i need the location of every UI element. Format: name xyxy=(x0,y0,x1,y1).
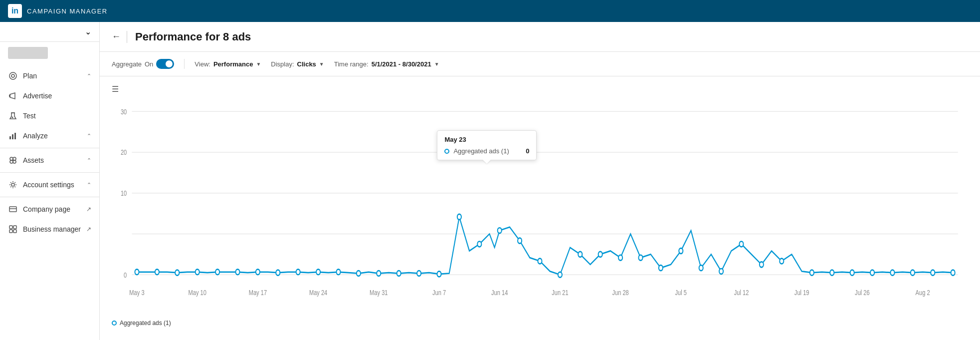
display-control[interactable]: Display: Clicks ▼ xyxy=(271,60,324,68)
assets-icon xyxy=(8,155,18,165)
sidebar-item-business-manager[interactable]: Business manager ↗ xyxy=(0,219,99,239)
svg-point-44 xyxy=(518,238,522,244)
tooltip-metric-label: Aggregated ads (1) xyxy=(453,147,522,155)
sidebar-item-test-label: Test xyxy=(23,112,36,120)
svg-point-62 xyxy=(890,270,894,276)
sidebar-item-advertise[interactable]: Advertise xyxy=(0,86,99,106)
svg-text:May 24: May 24 xyxy=(309,288,327,297)
sidebar-divider-2 xyxy=(0,172,99,173)
svg-text:Jul 26: Jul 26 xyxy=(855,288,870,297)
sidebar-item-account-settings-label: Account settings xyxy=(23,181,74,189)
sidebar-item-test[interactable]: Test xyxy=(0,106,99,126)
svg-point-28 xyxy=(196,269,199,275)
sidebar-item-assets-label: Assets xyxy=(23,156,44,164)
svg-point-25 xyxy=(135,269,139,275)
app-title: CAMPAIGN MANAGER xyxy=(27,7,108,15)
svg-point-56 xyxy=(760,262,764,267)
content-area: ← Performance for 8 ads Aggregate On Vie… xyxy=(100,22,980,340)
svg-point-51 xyxy=(659,265,663,271)
sidebar-account-block xyxy=(8,47,48,59)
tooltip-row: Aggregated ads (1) 0 xyxy=(444,147,529,155)
svg-point-65 xyxy=(951,270,955,276)
svg-point-46 xyxy=(558,272,562,278)
svg-point-2 xyxy=(12,117,13,118)
sidebar-item-plan-label: Plan xyxy=(23,72,37,80)
view-value: Performance xyxy=(213,60,253,68)
svg-point-45 xyxy=(538,259,542,264)
aggregate-label: Aggregate xyxy=(112,60,142,68)
sidebar-divider-3 xyxy=(0,197,99,197)
legend-label: Aggregated ads (1) xyxy=(120,320,171,327)
svg-text:May 17: May 17 xyxy=(249,288,267,297)
tooltip-dot-icon xyxy=(444,149,449,154)
sidebar-item-assets[interactable]: Assets ⌃ xyxy=(0,150,99,170)
svg-point-50 xyxy=(638,255,642,261)
svg-text:20: 20 xyxy=(121,148,127,157)
svg-rect-3 xyxy=(9,136,11,139)
svg-point-29 xyxy=(215,269,219,275)
back-button[interactable]: ← xyxy=(112,31,121,42)
tooltip-metric-value: 0 xyxy=(526,147,529,155)
view-control[interactable]: View: Performance ▼ xyxy=(195,60,261,68)
svg-point-34 xyxy=(316,269,320,275)
back-icon: ← xyxy=(112,31,121,42)
analyze-icon xyxy=(8,131,18,141)
content-header: ← Performance for 8 ads xyxy=(100,22,980,52)
svg-rect-15 xyxy=(13,230,16,233)
svg-point-31 xyxy=(256,269,260,275)
linkedin-logo-text: in xyxy=(11,7,18,15)
page-title: Performance for 8 ads xyxy=(135,30,251,43)
sidebar-item-analyze[interactable]: Analyze ⌃ xyxy=(0,126,99,146)
account-settings-icon xyxy=(8,180,18,190)
svg-point-40 xyxy=(437,271,441,277)
plan-icon xyxy=(8,71,18,81)
svg-text:Jul 12: Jul 12 xyxy=(734,288,749,297)
svg-text:Jun 7: Jun 7 xyxy=(432,288,446,297)
company-page-external-icon: ↗ xyxy=(86,206,91,213)
svg-point-49 xyxy=(618,255,622,261)
sidebar-item-account-settings[interactable]: Account settings ⌃ xyxy=(0,175,99,195)
svg-text:0: 0 xyxy=(124,271,127,279)
svg-point-59 xyxy=(830,270,834,276)
sidebar-item-company-page-label: Company page xyxy=(23,205,70,213)
sidebar: ⌄ Plan ⌃ xyxy=(0,22,100,340)
svg-point-33 xyxy=(296,269,300,275)
sidebar-collapse[interactable]: ⌄ xyxy=(0,22,99,42)
chart-wrapper: May 23 Aggregated ads (1) 0 xyxy=(112,98,968,316)
chart-menu-icon[interactable]: ☰ xyxy=(112,84,968,94)
sidebar-item-business-manager-label: Business manager xyxy=(23,225,81,233)
toolbar-sep-1 xyxy=(184,59,185,69)
svg-point-7 xyxy=(13,157,16,160)
sidebar-item-advertise-label: Advertise xyxy=(23,92,52,100)
svg-point-61 xyxy=(870,270,874,276)
svg-point-30 xyxy=(235,269,239,275)
sidebar-item-company-page[interactable]: Company page ↗ xyxy=(0,199,99,219)
svg-text:May 10: May 10 xyxy=(188,288,206,297)
aggregate-control[interactable]: Aggregate On xyxy=(112,59,174,69)
svg-point-52 xyxy=(679,248,683,254)
time-range-control[interactable]: Time range: 5/1/2021 - 8/30/2021 ▼ xyxy=(334,60,439,68)
svg-text:May 31: May 31 xyxy=(370,288,388,297)
svg-point-43 xyxy=(498,228,502,233)
test-icon xyxy=(8,111,18,121)
svg-text:Jun 28: Jun 28 xyxy=(612,288,628,297)
sidebar-divider-1 xyxy=(0,148,99,148)
tooltip-date: May 23 xyxy=(444,136,529,143)
account-settings-chevron-icon: ⌃ xyxy=(87,182,91,188)
sidebar-item-plan[interactable]: Plan ⌃ xyxy=(0,66,99,86)
svg-point-60 xyxy=(850,270,854,276)
tooltip-arrow xyxy=(483,160,491,164)
svg-point-35 xyxy=(336,269,340,275)
svg-point-63 xyxy=(911,270,915,276)
svg-rect-12 xyxy=(9,226,12,229)
aggregate-toggle[interactable] xyxy=(156,59,174,69)
top-nav: in CAMPAIGN MANAGER xyxy=(0,0,980,22)
svg-point-27 xyxy=(175,270,179,276)
svg-point-58 xyxy=(810,270,814,276)
svg-point-6 xyxy=(10,157,13,160)
advertise-icon xyxy=(8,91,18,101)
svg-rect-5 xyxy=(14,133,16,139)
analyze-chevron-icon: ⌃ xyxy=(87,133,91,139)
svg-point-36 xyxy=(357,271,361,276)
chart-container: ☰ May 23 Aggregated ads (1) 0 xyxy=(100,76,980,340)
